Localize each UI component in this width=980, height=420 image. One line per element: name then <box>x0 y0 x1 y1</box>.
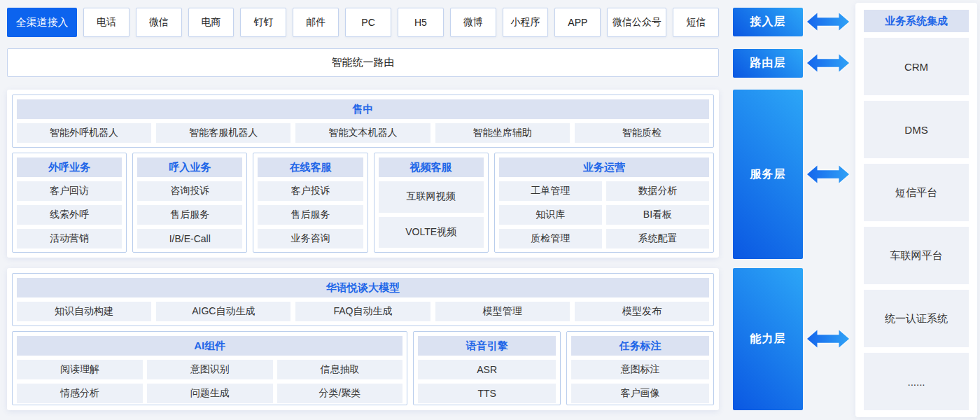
capability-groups: AI组件 阅读理解 意图识别 信息抽取 情感分析 问题生成 分类/聚类 语音引擎… <box>12 331 714 405</box>
online-service-title: 在线客服 <box>258 158 363 177</box>
outbound-business-title: 外呼业务 <box>17 158 122 177</box>
integration-crm: CRM <box>864 38 969 95</box>
diagram-node: 客户画像 <box>571 384 709 403</box>
diagram-node: 知识自动构建 <box>17 302 151 321</box>
task-annotation-title: 任务标注 <box>571 336 709 356</box>
inbound-business-title: 呼入业务 <box>137 158 242 177</box>
integration-iov-platform: 车联网平台 <box>864 227 969 284</box>
channel-pc: PC <box>345 8 391 37</box>
diagram-node: 阅读理解 <box>17 360 143 379</box>
double-arrow-icon <box>806 164 850 184</box>
inbound-business-box: 呼入业务 咨询投诉 售后服务 I/B/E-Call <box>132 153 247 253</box>
double-arrow-icon <box>806 329 850 349</box>
business-operation-box: 业务运营 工单管理 数据分析 知识库 BI看板 质检管理 系统配置 <box>494 153 714 253</box>
integration-more: ...... <box>864 353 969 410</box>
diagram-node: 咨询投诉 <box>137 181 242 201</box>
channel-dingtalk: 钉钉 <box>240 8 286 37</box>
llm-box: 华语悦谈大模型 知识自动构建 AIGC自动生成 FAQ自动生成 模型管理 模型发… <box>12 273 714 326</box>
double-arrow-icon <box>806 12 850 31</box>
diagram-node: 意图识别 <box>147 360 273 379</box>
business-integration-panel: 业务系统集成 CRM DMS 短信平台 车联网平台 统一认证系统 ...... <box>855 3 977 417</box>
diagram-node: 知识库 <box>499 205 602 225</box>
service-layer-label: 服务层 <box>733 90 803 259</box>
diagram-node: 工单管理 <box>499 181 602 201</box>
channel-weibo: 微博 <box>450 8 496 37</box>
channel-wechat: 微信 <box>136 8 182 37</box>
diagram-node: 客户投诉 <box>258 181 363 201</box>
diagram-node: 信息抽取 <box>277 360 403 379</box>
speech-engine-box: 语音引擎 ASR TTS <box>413 331 561 405</box>
in-sale-title: 售中 <box>17 99 709 119</box>
llm-title: 华语悦谈大模型 <box>17 278 709 298</box>
online-service-box: 在线客服 客户投诉 售后服务 业务咨询 <box>253 153 368 253</box>
ai-components-title: AI组件 <box>17 336 402 356</box>
integration-unified-auth: 统一认证系统 <box>864 290 969 347</box>
diagram-node: FAQ自动生成 <box>295 302 430 321</box>
channel-miniprogram: 小程序 <box>503 8 549 37</box>
smart-unified-routing-bar: 智能统一路由 <box>7 48 719 77</box>
channel-wechat-official: 微信公众号 <box>607 8 666 37</box>
diagram-node: 分类/聚类 <box>277 384 403 403</box>
channel-h5: H5 <box>398 8 444 37</box>
diagram-node: 线索外呼 <box>17 205 122 225</box>
llm-items: 知识自动构建 AIGC自动生成 FAQ自动生成 模型管理 模型发布 <box>17 302 709 321</box>
diagram-node: ASR <box>418 360 556 379</box>
business-integration-title: 业务系统集成 <box>864 10 969 32</box>
diagram-node: 智能外呼机器人 <box>17 123 151 143</box>
diagram-node: 系统配置 <box>606 229 709 248</box>
all-channel-access-label: 全渠道接入 <box>7 8 77 37</box>
diagram-node: 互联网视频 <box>379 181 484 213</box>
channel-sms: 短信 <box>673 8 719 37</box>
diagram-node: 模型发布 <box>575 302 709 321</box>
diagram-node: 业务咨询 <box>258 229 363 248</box>
channel-ecommerce: 电商 <box>188 8 234 37</box>
diagram-node: BI看板 <box>606 205 709 225</box>
business-operation-title: 业务运营 <box>499 158 709 177</box>
diagram-node: 问题生成 <box>147 384 273 403</box>
capability-layer-panel: 华语悦谈大模型 知识自动构建 AIGC自动生成 FAQ自动生成 模型管理 模型发… <box>7 268 719 410</box>
diagram-node: 智能客服机器人 <box>156 123 290 143</box>
channel-email: 邮件 <box>293 8 339 37</box>
diagram-node: 售后服务 <box>258 205 363 225</box>
in-sale-box: 售中 智能外呼机器人 智能客服机器人 智能文本机器人 智能坐席辅助 智能质检 <box>12 94 714 148</box>
double-arrow-icon <box>806 53 850 73</box>
diagram-node: 客户回访 <box>17 181 122 201</box>
task-annotation-box: 任务标注 意图标注 客户画像 <box>566 331 714 405</box>
diagram-node: VOLTE视频 <box>379 217 484 248</box>
access-layer-label: 接入层 <box>733 8 803 36</box>
video-service-title: 视频客服 <box>379 158 484 177</box>
ai-components-box: AI组件 阅读理解 意图识别 信息抽取 情感分析 问题生成 分类/聚类 <box>12 331 407 405</box>
diagram-node: AIGC自动生成 <box>156 302 290 321</box>
service-layer-panel: 售中 智能外呼机器人 智能客服机器人 智能文本机器人 智能坐席辅助 智能质检 外… <box>7 90 719 258</box>
architecture-diagram: 全渠道接入 电话 微信 电商 钉钉 邮件 PC H5 微博 小程序 APP 微信… <box>0 0 980 420</box>
diagram-node: 智能质检 <box>575 123 709 143</box>
outbound-business-box: 外呼业务 客户回访 线索外呼 活动营销 <box>12 153 127 253</box>
channel-app: APP <box>554 8 601 37</box>
diagram-node: 售后服务 <box>137 205 242 225</box>
routing-layer-label: 路由层 <box>733 49 803 78</box>
integration-dms: DMS <box>864 101 969 158</box>
diagram-node: TTS <box>418 384 556 403</box>
diagram-node: 意图标注 <box>571 360 709 379</box>
integration-sms-platform: 短信平台 <box>864 164 969 221</box>
diagram-node: 质检管理 <box>499 229 602 248</box>
diagram-node: 数据分析 <box>606 181 709 201</box>
ability-layer-label: 能力层 <box>733 268 803 410</box>
in-sale-items: 智能外呼机器人 智能客服机器人 智能文本机器人 智能坐席辅助 智能质检 <box>17 123 709 143</box>
diagram-node: 模型管理 <box>435 302 570 321</box>
channel-phone: 电话 <box>83 8 130 37</box>
diagram-node: 智能坐席辅助 <box>435 123 570 143</box>
service-columns: 外呼业务 客户回访 线索外呼 活动营销 呼入业务 咨询投诉 售后服务 I/B/E… <box>12 153 714 253</box>
diagram-node: 活动营销 <box>17 229 122 248</box>
diagram-node: 智能文本机器人 <box>295 123 430 143</box>
video-service-box: 视频客服 互联网视频 VOLTE视频 <box>374 153 489 253</box>
diagram-node: 情感分析 <box>17 384 143 403</box>
speech-engine-title: 语音引擎 <box>418 336 556 356</box>
diagram-node: I/B/E-Call <box>137 229 242 248</box>
channel-access-row: 全渠道接入 电话 微信 电商 钉钉 邮件 PC H5 微博 小程序 APP 微信… <box>7 8 719 37</box>
